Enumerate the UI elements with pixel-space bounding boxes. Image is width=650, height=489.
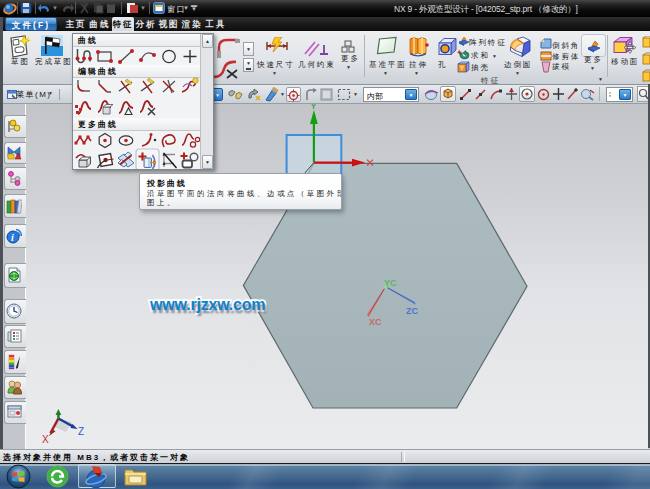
svg-text:Y: Y — [311, 104, 317, 111]
svg-text:XC: XC — [369, 317, 382, 327]
svg-text:YC: YC — [384, 278, 397, 288]
svg-text:i: i — [11, 232, 14, 243]
svg-text:ZC: ZC — [406, 306, 418, 316]
svg-text:X: X — [42, 434, 49, 445]
svg-text:Z: Z — [78, 426, 84, 437]
